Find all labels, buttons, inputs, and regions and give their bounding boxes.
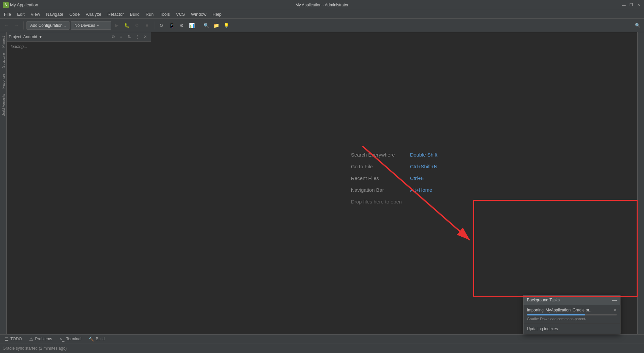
debug-button[interactable]: 🐛 bbox=[122, 21, 131, 30]
sidebar-item-favorites[interactable]: Favorites bbox=[1, 71, 6, 91]
editor-area[interactable]: Search Everywhere Double Shift Go to Fil… bbox=[151, 32, 637, 334]
run-button[interactable]: ▶ bbox=[112, 21, 121, 30]
hint-nav-label: Navigation Bar bbox=[351, 187, 405, 192]
menu-build[interactable]: Build bbox=[127, 11, 142, 17]
build-icon: 🔨 bbox=[89, 337, 94, 342]
panel-sort-icon[interactable]: ⇅ bbox=[126, 34, 133, 40]
assistant-button[interactable]: 💡 bbox=[222, 21, 231, 30]
back-button[interactable]: ← bbox=[2, 21, 11, 30]
add-configuration-button[interactable]: Add Configuration... bbox=[27, 21, 69, 30]
panel-header-actions: ⚙ ≡ ⇅ ⋮ ✕ bbox=[110, 34, 149, 40]
tab-build[interactable]: 🔨 Build bbox=[85, 335, 108, 343]
title-bar: A My Application My Application - Admini… bbox=[0, 0, 644, 10]
app-icon: A bbox=[3, 2, 9, 8]
panel-settings-icon[interactable]: ⚙ bbox=[110, 34, 116, 40]
tab-terminal[interactable]: >_ Terminal bbox=[56, 335, 85, 343]
background-tasks-popup: Background Tasks — Importing 'MyApplicat… bbox=[523, 295, 621, 334]
app-name-title: My Application bbox=[10, 2, 38, 7]
hint-search-everywhere: Search Everywhere Double Shift bbox=[351, 152, 438, 157]
android-selector[interactable]: Android ▼ bbox=[23, 35, 42, 39]
hint-recent-shortcut: Ctrl+E bbox=[410, 175, 424, 181]
layout-inspector-button[interactable]: 🔍 bbox=[202, 21, 210, 30]
sdk-manager-button[interactable]: ⚙ bbox=[177, 21, 186, 30]
menu-view[interactable]: View bbox=[28, 11, 43, 17]
window-controls: — ❐ ✕ bbox=[621, 2, 641, 8]
tab-todo[interactable]: ☰ TODO bbox=[1, 335, 25, 343]
toolbar-sep-3 bbox=[199, 21, 199, 30]
hint-drop-files: Drop files here to open bbox=[351, 198, 438, 204]
avd-manager-button[interactable]: 📱 bbox=[167, 21, 176, 30]
terminal-icon: >_ bbox=[59, 337, 64, 342]
menu-run[interactable]: Run bbox=[143, 11, 156, 17]
background-tasks-header: Background Tasks — bbox=[524, 295, 620, 305]
minimize-button[interactable]: — bbox=[621, 2, 627, 8]
no-devices-button[interactable]: No Devices ▼ bbox=[71, 21, 111, 30]
bg-task-1-cancel[interactable]: ✕ bbox=[613, 308, 617, 312]
bg-task-1-name: Importing 'MyApplication' Gradle pr... bbox=[527, 308, 617, 312]
sync-button[interactable]: ↻ bbox=[157, 21, 166, 30]
bottom-tabs: ☰ TODO ⚠ Problems >_ Terminal 🔨 Build bbox=[0, 335, 644, 344]
device-file-explorer-button[interactable]: 📁 bbox=[212, 21, 220, 30]
no-devices-label: No Devices bbox=[75, 23, 95, 28]
sidebar-item-structure[interactable]: Structure bbox=[1, 50, 6, 71]
menu-refactor[interactable]: Refactor bbox=[105, 11, 127, 17]
hint-navigation-bar: Navigation Bar Alt+Home bbox=[351, 187, 438, 192]
project-panel-header: Project Android ▼ ⚙ ≡ ⇅ ⋮ ✕ bbox=[7, 32, 151, 42]
menu-file[interactable]: File bbox=[1, 11, 14, 17]
build-label: Build bbox=[96, 337, 105, 341]
menu-navigate[interactable]: Navigate bbox=[43, 11, 66, 17]
menu-vcs[interactable]: VCS bbox=[173, 11, 188, 17]
main-area: Project Structure Favorites Build Varian… bbox=[0, 32, 644, 334]
bg-task-1-progress bbox=[527, 314, 617, 315]
problems-icon: ⚠ bbox=[29, 337, 33, 342]
panel-close-icon[interactable]: ✕ bbox=[142, 34, 149, 40]
sidebar-item-build-variants[interactable]: Build Variants bbox=[1, 91, 6, 119]
toolbar: ← → Add Configuration... No Devices ▼ ▶ … bbox=[0, 19, 644, 32]
android-selector-chevron: ▼ bbox=[39, 35, 43, 39]
right-sidebar bbox=[637, 32, 644, 334]
background-tasks-minimize[interactable]: — bbox=[612, 297, 617, 303]
chevron-down-icon: ▼ bbox=[96, 24, 99, 27]
hint-recent-files: Recent Files Ctrl+E bbox=[351, 175, 438, 181]
left-sidebar: Project Structure Favorites Build Varian… bbox=[0, 32, 7, 334]
search-everywhere-button[interactable]: 🔍 bbox=[633, 21, 642, 30]
toolbar-sep-1 bbox=[23, 21, 24, 30]
gradle-sync-status: Gradle sync started (2 minutes ago) bbox=[3, 346, 67, 351]
bg-task-1-progress-bar bbox=[527, 314, 585, 315]
bottom-panel: ☰ TODO ⚠ Problems >_ Terminal 🔨 Build Gr… bbox=[0, 334, 644, 353]
project-panel: Project Android ▼ ⚙ ≡ ⇅ ⋮ ✕ loading... bbox=[7, 32, 151, 334]
android-selector-label: Android bbox=[23, 35, 37, 39]
window-title: My Application - Administrator bbox=[295, 3, 348, 7]
panel-collapse-icon[interactable]: ≡ bbox=[118, 34, 125, 40]
tab-problems[interactable]: ⚠ Problems bbox=[26, 335, 55, 343]
hint-goto-shortcut: Ctrl+Shift+N bbox=[410, 163, 438, 169]
close-button[interactable]: ✕ bbox=[636, 2, 641, 8]
toolbar-sep-2 bbox=[154, 21, 154, 30]
menu-code[interactable]: Code bbox=[67, 11, 83, 17]
project-loading-text: loading... bbox=[7, 42, 151, 52]
menu-tools[interactable]: Tools bbox=[157, 11, 172, 17]
annotation-box bbox=[473, 200, 638, 297]
stop-button[interactable]: ■ bbox=[143, 21, 151, 30]
panel-options-icon[interactable]: ⋮ bbox=[134, 34, 141, 40]
project-panel-title: Project bbox=[9, 35, 21, 39]
menu-window[interactable]: Window bbox=[188, 11, 209, 17]
background-tasks-title: Background Tasks bbox=[527, 298, 560, 302]
hint-goto-label: Go to File bbox=[351, 163, 405, 169]
forward-button[interactable]: → bbox=[12, 21, 21, 30]
bg-task-item-2: Updating indexes bbox=[524, 324, 620, 334]
hint-drop-label: Drop files here to open bbox=[351, 198, 402, 204]
sidebar-item-project[interactable]: Project bbox=[1, 34, 6, 50]
todo-icon: ☰ bbox=[5, 337, 9, 342]
run-with-coverage-button[interactable]: ⚙ bbox=[133, 21, 141, 30]
menu-analyze[interactable]: Analyze bbox=[83, 11, 104, 17]
hint-search-label: Search Everywhere bbox=[351, 152, 405, 157]
menu-help[interactable]: Help bbox=[210, 11, 224, 17]
problems-label: Problems bbox=[35, 337, 52, 341]
todo-label: TODO bbox=[10, 337, 22, 341]
menu-edit[interactable]: Edit bbox=[14, 11, 27, 17]
maximize-button[interactable]: ❐ bbox=[629, 2, 634, 8]
bg-task-1-sub: Gradle: Download commons-parent-... bbox=[527, 317, 617, 321]
bg-task-item-1: Importing 'MyApplication' Gradle pr... G… bbox=[524, 305, 620, 324]
profiler-button[interactable]: 📊 bbox=[187, 21, 196, 30]
